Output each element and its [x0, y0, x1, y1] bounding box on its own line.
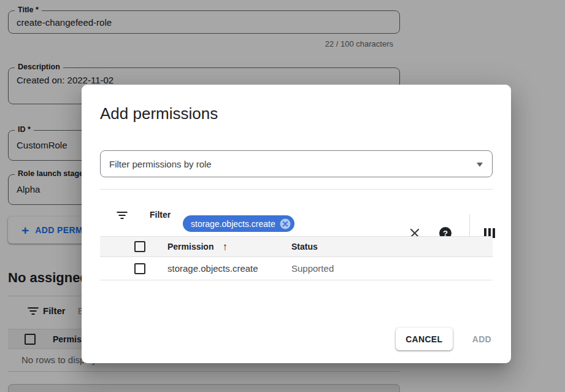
- add-permissions-dialog: Add permissions Filter permissions by ro…: [82, 85, 511, 363]
- status-header-label: Status: [291, 242, 318, 252]
- row-checkbox[interactable]: [134, 263, 145, 274]
- cancel-button[interactable]: CANCEL: [396, 328, 453, 350]
- permissions-filter-toolbar: Filter storage.objects.create ?: [100, 189, 493, 236]
- filter-chip-text: storage.objects.create: [191, 219, 275, 229]
- page: Title * create-changefeed-role 22 / 100 …: [0, 0, 565, 392]
- filter-label: Filter: [150, 210, 171, 220]
- filter-icon: [117, 212, 127, 219]
- dialog-title: Add permissions: [100, 104, 218, 123]
- chip-remove-icon[interactable]: [280, 218, 291, 229]
- table-header-row: Permission ↑ Status: [100, 236, 493, 257]
- permissions-table: Permission ↑ Status storage.objects.crea…: [100, 236, 493, 280]
- permission-cell: storage.objects.create: [167, 263, 258, 274]
- permission-column-header[interactable]: Permission ↑: [167, 242, 291, 252]
- dialog-actions: CANCEL ADD: [396, 328, 495, 350]
- chevron-down-icon: [477, 163, 483, 167]
- sort-ascending-icon: ↑: [222, 242, 228, 252]
- status-column-header[interactable]: Status: [291, 241, 493, 252]
- status-cell: Supported: [291, 263, 334, 274]
- add-button[interactable]: ADD: [469, 329, 495, 349]
- filter-chip[interactable]: storage.objects.create: [183, 215, 294, 232]
- permission-header-label: Permission: [167, 242, 213, 252]
- select-all-checkbox[interactable]: [134, 241, 145, 252]
- role-filter-dropdown[interactable]: Filter permissions by role: [100, 150, 493, 177]
- table-row[interactable]: storage.objects.create Supported: [100, 257, 493, 280]
- role-filter-dropdown-text: Filter permissions by role: [109, 159, 212, 169]
